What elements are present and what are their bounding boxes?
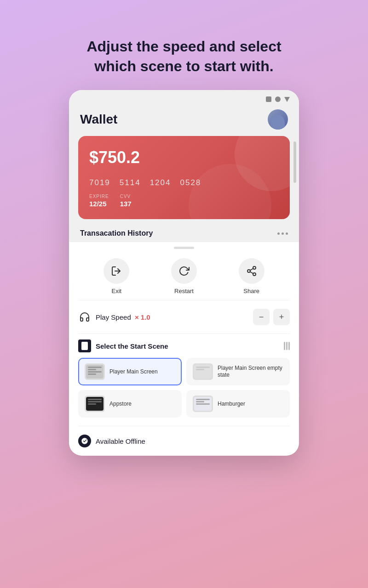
scene-thumb-appstore [85, 396, 105, 412]
drag-handle-wrapper [69, 242, 299, 252]
restart-label: Restart [174, 288, 194, 294]
headline: Adjust the speed and select which scene … [77, 37, 290, 76]
scene-icon [78, 339, 91, 352]
scene-header: Select the Start Scene [78, 339, 290, 352]
speed-controls: − + [253, 309, 290, 325]
scene-item-hamburger[interactable]: Hamburger [186, 390, 290, 418]
restart-button[interactable]: Restart [171, 258, 197, 294]
scene-item-label-hamburger: Hamburger [218, 401, 245, 408]
divider-2 [78, 334, 290, 334]
exit-button[interactable]: Exit [104, 258, 129, 294]
phone-mockup: Wallet $750.2 7019 5114 1204 0528 EXPIRE… [69, 90, 299, 456]
scene-item-label-appstore: Appstore [109, 401, 132, 408]
restart-icon [178, 266, 190, 277]
drag-handle[interactable] [174, 247, 194, 249]
speed-row: Play Speed × 1.0 − + [69, 302, 299, 332]
transaction-title: Transacation History [80, 229, 153, 237]
speed-label: Play Speed × 1.0 [96, 313, 248, 321]
svg-line-5 [250, 269, 253, 271]
headline-line1: Adjust the speed and select [86, 38, 281, 55]
offline-label: Available Offline [96, 437, 145, 445]
topbar-circle-icon [275, 96, 281, 102]
wallet-header: Wallet [78, 105, 290, 136]
headline-line2: which scene to start with. [94, 58, 273, 74]
scene-thumb-player-empty [193, 363, 213, 380]
offline-icon [78, 435, 91, 447]
scene-item-player-empty[interactable]: Player Main Screen empty state [186, 358, 290, 385]
scene-item-label-player-main: Player Main Screen [109, 368, 158, 376]
share-icon-circle [239, 258, 264, 284]
scene-thumb-hamburger [193, 396, 213, 412]
share-label: Share [243, 288, 259, 294]
scene-item-player-main[interactable]: Player Main Screen [78, 358, 182, 385]
card-meta: EXPIRE 12/25 CVV 137 [89, 194, 279, 208]
transaction-header: Transacation History [78, 227, 290, 242]
more-options-icon[interactable] [277, 232, 288, 235]
offline-row: Available Offline [69, 428, 299, 456]
topbar-triangle-icon [284, 97, 290, 102]
restart-icon-circle [171, 258, 197, 284]
scene-item-label-player-empty: Player Main Screen empty state [218, 365, 283, 379]
divider-3 [78, 426, 290, 426]
scrollbar[interactable] [293, 141, 296, 183]
phone-topbar [69, 90, 299, 105]
card-number: 7019 5114 1204 0528 [89, 178, 279, 187]
action-buttons: Exit Restart [69, 252, 299, 298]
credit-card: $750.2 7019 5114 1204 0528 EXPIRE 12/25 … [78, 136, 290, 219]
card-expire: EXPIRE 12/25 [89, 194, 109, 208]
svg-line-4 [250, 272, 253, 274]
avatar [268, 109, 288, 130]
topbar-square-icon [266, 96, 271, 102]
screen-area: Wallet $750.2 7019 5114 1204 0528 EXPIRE… [69, 105, 299, 242]
speed-increase-button[interactable]: + [273, 309, 290, 325]
share-button[interactable]: Share [239, 258, 264, 294]
speed-decrease-button[interactable]: − [253, 309, 270, 325]
wallet-title: Wallet [80, 112, 117, 127]
divider-1 [78, 300, 290, 300]
scene-title: Select the Start Scene [96, 342, 279, 350]
list-view-icon[interactable] [284, 342, 290, 350]
scene-section: Select the Start Scene [69, 336, 299, 424]
scene-grid: Player Main Screen Player Main Screen em… [78, 358, 290, 418]
scene-thumb-player-main [85, 363, 105, 380]
share-icon [246, 266, 257, 277]
speed-icon [78, 311, 91, 323]
scene-item-appstore[interactable]: Appstore [78, 390, 182, 418]
exit-label: Exit [111, 288, 121, 294]
speed-value: × 1.0 [135, 313, 150, 321]
avatar-silhouette [271, 115, 285, 130]
bottom-sheet: Exit Restart [69, 242, 299, 456]
exit-icon-circle [104, 258, 129, 284]
card-balance: $750.2 [89, 148, 279, 167]
card-cvv: CVV 137 [120, 194, 132, 208]
exit-icon [111, 266, 122, 277]
